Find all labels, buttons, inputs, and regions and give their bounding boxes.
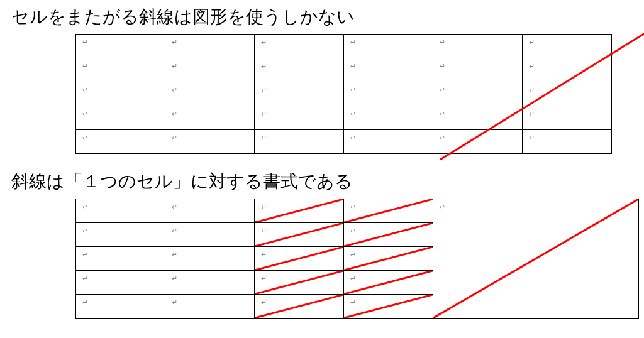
cell-diag: ↵ <box>255 271 344 295</box>
svg-line-3 <box>433 199 638 318</box>
cell: ↵ <box>165 247 255 271</box>
paragraph-mark-icon: ↵ <box>82 203 88 210</box>
cell: ↵ <box>433 106 523 130</box>
table-row: ↵ ↵ ↵ ↵ ↵ ↵ <box>76 106 612 130</box>
table-row: ↵ ↵ ↵ ↵ ↵ ↵ <box>76 58 612 82</box>
paragraph-mark-icon: ↵ <box>82 62 88 70</box>
svg-line-4 <box>255 223 343 246</box>
paragraph-mark-icon: ↵ <box>350 86 356 94</box>
paragraph-mark-icon: ↵ <box>350 110 356 117</box>
cell: ↵ <box>76 82 165 106</box>
cell: ↵ <box>165 199 255 223</box>
paragraph-mark-icon: ↵ <box>440 110 445 117</box>
paragraph-mark-icon: ↵ <box>82 275 88 282</box>
cell-diagonal-icon <box>433 199 638 318</box>
cell: ↵ <box>255 130 344 154</box>
cell: ↵ <box>523 58 612 82</box>
paragraph-mark-icon: ↵ <box>261 227 267 234</box>
cell: ↵ <box>344 130 433 154</box>
svg-line-2 <box>344 199 433 222</box>
cell: ↵ <box>433 130 523 154</box>
cell-diagonal-icon <box>344 247 433 270</box>
cell-diagonal-icon <box>255 223 343 246</box>
cell-diagonal-icon <box>344 271 433 294</box>
paragraph-mark-icon: ↵ <box>172 251 177 258</box>
paragraph-mark-icon: ↵ <box>261 38 267 46</box>
cell: ↵ <box>255 58 344 82</box>
cell: ↵ <box>255 106 344 130</box>
cell-diag: ↵ <box>344 223 433 247</box>
cell: ↵ <box>165 130 255 154</box>
paragraph-mark-icon: ↵ <box>82 86 88 94</box>
paragraph-mark-icon: ↵ <box>82 134 88 141</box>
cell: ↵ <box>76 295 165 319</box>
cell: ↵ <box>76 130 165 154</box>
cell-diag: ↵ <box>344 295 433 319</box>
cell: ↵ <box>433 58 523 82</box>
cell-diag: ↵ <box>255 223 344 247</box>
cell-diag: ↵ <box>255 199 344 223</box>
paragraph-mark-icon: ↵ <box>82 38 88 46</box>
cell: ↵ <box>523 130 612 154</box>
cell-diagonal-icon <box>255 295 343 318</box>
paragraph-mark-icon: ↵ <box>261 275 267 282</box>
table-row: ↵ ↵ ↵ ↵ ↵ ↵ <box>76 35 612 58</box>
table-2-wrap: ↵ ↵ ↵ ↵ ↵ ↵ ↵ ↵ ↵ ↵ ↵ ↵ <box>75 199 639 319</box>
paragraph-mark-icon: ↵ <box>529 38 535 46</box>
cell: ↵ <box>76 271 165 295</box>
paragraph-mark-icon: ↵ <box>261 134 267 141</box>
cell: ↵ <box>523 82 612 106</box>
cell-diag: ↵ <box>344 199 433 223</box>
paragraph-mark-icon: ↵ <box>261 86 267 94</box>
cell: ↵ <box>433 82 523 106</box>
paragraph-mark-icon: ↵ <box>172 62 177 70</box>
cell-diagonal-icon <box>255 271 343 294</box>
cell: ↵ <box>165 58 255 82</box>
cell-diagonal-icon <box>344 199 433 222</box>
cell: ↵ <box>76 35 165 58</box>
svg-line-9 <box>344 271 433 294</box>
cell-diagonal-icon <box>255 199 343 222</box>
cell-diagonal-icon <box>344 295 433 318</box>
paragraph-mark-icon: ↵ <box>529 110 535 117</box>
paragraph-mark-icon: ↵ <box>172 38 177 46</box>
table-row: ↵ ↵ ↵ ↵ ↵ ↵ <box>76 82 612 106</box>
cell-diag: ↵ <box>344 247 433 271</box>
svg-line-8 <box>255 271 343 294</box>
cell: ↵ <box>344 82 433 106</box>
paragraph-mark-icon: ↵ <box>172 298 177 306</box>
svg-line-10 <box>255 295 343 318</box>
paragraph-mark-icon: ↵ <box>529 134 535 141</box>
cell: ↵ <box>344 106 433 130</box>
paragraph-mark-icon: ↵ <box>529 62 535 70</box>
svg-line-5 <box>344 223 433 246</box>
cell: ↵ <box>76 58 165 82</box>
svg-line-11 <box>344 295 433 318</box>
paragraph-mark-icon: ↵ <box>261 110 267 117</box>
cell-diag: ↵ <box>255 247 344 271</box>
cell: ↵ <box>255 35 344 58</box>
paragraph-mark-icon: ↵ <box>350 275 356 282</box>
paragraph-mark-icon: ↵ <box>82 110 88 117</box>
cell-diag: ↵ <box>255 295 344 319</box>
cell: ↵ <box>165 295 255 319</box>
cell-diagonal-icon <box>344 223 433 246</box>
paragraph-mark-icon: ↵ <box>172 203 177 210</box>
table-1-wrap: ↵ ↵ ↵ ↵ ↵ ↵ ↵ ↵ ↵ ↵ ↵ ↵ ↵ ↵ ↵ ↵ ↵ ↵ ↵ ↵ … <box>75 34 612 154</box>
paragraph-mark-icon: ↵ <box>172 227 177 234</box>
table-row: ↵ ↵ ↵ ↵ ↵ <box>76 199 639 223</box>
paragraph-mark-icon: ↵ <box>172 134 177 141</box>
cell: ↵ <box>523 35 612 58</box>
heading-2: 斜線は「１つのセル」に対する書式である <box>0 171 353 192</box>
cell: ↵ <box>165 82 255 106</box>
paragraph-mark-icon: ↵ <box>440 38 445 46</box>
cell: ↵ <box>76 106 165 130</box>
paragraph-mark-icon: ↵ <box>172 110 177 117</box>
paragraph-mark-icon: ↵ <box>440 62 445 70</box>
svg-line-6 <box>255 247 343 270</box>
cell: ↵ <box>344 58 433 82</box>
paragraph-mark-icon: ↵ <box>350 62 356 70</box>
paragraph-mark-icon: ↵ <box>440 203 445 210</box>
paragraph-mark-icon: ↵ <box>261 251 267 258</box>
cell: ↵ <box>165 106 255 130</box>
